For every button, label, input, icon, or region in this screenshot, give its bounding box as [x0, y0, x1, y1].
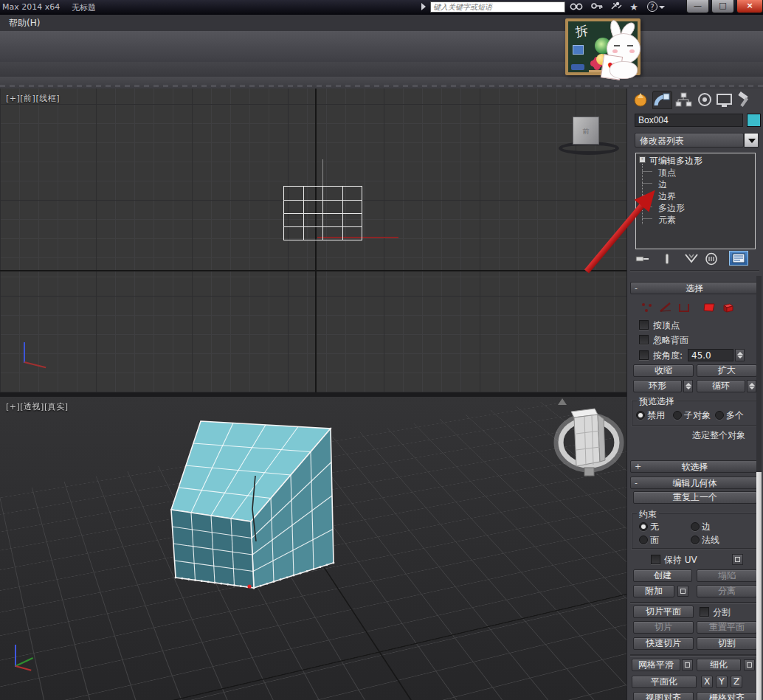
- ignore-backfacing-checkbox[interactable]: [639, 335, 649, 344]
- tab-create[interactable]: [631, 91, 651, 109]
- show-end-result-icon[interactable]: [661, 252, 673, 268]
- msmooth-settings-button[interactable]: [682, 659, 693, 670]
- viewcube-front[interactable]: 前: [573, 117, 599, 145]
- rollout-selection[interactable]: - 选择: [630, 282, 759, 294]
- help-dropdown-arrow-icon[interactable]: [659, 6, 665, 9]
- constraint-edge-radio[interactable]: [691, 522, 700, 531]
- minimize-button[interactable]: —: [686, 0, 709, 13]
- planar-x-button[interactable]: X: [701, 676, 713, 688]
- planar-z-button[interactable]: Z: [731, 676, 742, 688]
- ring-spinner[interactable]: [683, 380, 693, 392]
- collapse-button[interactable]: 塌陷: [697, 569, 757, 582]
- maximize-button[interactable]: □: [711, 0, 734, 13]
- infocenter-search-input[interactable]: [430, 1, 565, 13]
- grow-button[interactable]: 扩大: [697, 364, 757, 377]
- configure-modifier-sets-icon[interactable]: [729, 251, 748, 266]
- ribbon-strip-bottom[interactable]: [0, 77, 763, 89]
- tree-tick-2: [642, 183, 652, 184]
- make-planar-button[interactable]: 平面化: [632, 676, 697, 688]
- viewport-front-label[interactable]: [+][前][线框]: [6, 93, 60, 104]
- constraint-face-radio[interactable]: [639, 536, 648, 544]
- repeat-last-button[interactable]: 重复上一个: [633, 491, 757, 504]
- msmooth-button[interactable]: 网格平滑: [632, 659, 680, 671]
- stack-item-element[interactable]: 元素: [658, 214, 676, 226]
- rabbit-blush-right: [629, 49, 635, 53]
- preview-multiple-radio[interactable]: [715, 411, 724, 420]
- preserve-uv-settings-button[interactable]: [732, 554, 743, 565]
- detach-button[interactable]: 分离: [697, 585, 757, 597]
- viewport-perspective[interactable]: [+][透视][真实]: [0, 397, 626, 700]
- tessellate-settings-button[interactable]: [744, 659, 755, 670]
- rollout-edit-geometry[interactable]: - 编辑几何体: [630, 477, 759, 489]
- tab-motion[interactable]: [695, 91, 715, 109]
- preserve-uv-checkbox[interactable]: [651, 555, 660, 564]
- remove-modifier-icon[interactable]: [704, 252, 719, 268]
- communication-satellite-icon[interactable]: [608, 1, 624, 13]
- search-binoculars-icon[interactable]: [568, 1, 584, 13]
- slice-button[interactable]: 切片: [633, 621, 694, 634]
- wireframe-box[interactable]: [283, 186, 362, 240]
- favorites-star-icon[interactable]: ★: [626, 1, 642, 13]
- tab-modify[interactable]: [652, 91, 672, 109]
- viewport-front[interactable]: [+][前][线框] 前: [0, 89, 626, 392]
- front-tripod-x-axis: [24, 361, 46, 368]
- angle-value-field[interactable]: 45.0: [688, 349, 733, 361]
- tab-hierarchy[interactable]: [674, 91, 694, 109]
- stack-root-editable-poly[interactable]: 可编辑多边形: [649, 155, 702, 167]
- close-button[interactable]: ×: [736, 0, 763, 13]
- modifier-list-dropdown[interactable]: 修改器列表: [635, 133, 744, 148]
- attach-button[interactable]: 附加: [633, 585, 674, 597]
- by-vertex-checkbox[interactable]: [639, 320, 649, 330]
- viewcube-perspective[interactable]: [553, 404, 626, 485]
- tessellate-button[interactable]: 细化: [697, 659, 741, 671]
- by-angle-checkbox[interactable]: [639, 350, 649, 360]
- subobject-polygon-icon[interactable]: [702, 301, 717, 316]
- stack-item-polygon[interactable]: 多边形: [658, 202, 685, 215]
- preserve-uv-label: 保持 UV: [664, 554, 697, 566]
- angle-spinner[interactable]: [735, 349, 745, 361]
- help-icon[interactable]: ?: [644, 1, 660, 13]
- subobject-edge-icon[interactable]: [658, 301, 673, 316]
- box3d-render[interactable]: [0, 397, 626, 700]
- view-align-button[interactable]: 视图对齐: [633, 692, 694, 700]
- quick-slice-button[interactable]: 快速切片: [633, 637, 694, 650]
- rollout-edit-geometry-state: -: [635, 477, 638, 489]
- subobject-element-icon[interactable]: [721, 301, 736, 316]
- preview-disable-radio[interactable]: [636, 411, 645, 420]
- grid-align-button[interactable]: 栅格对齐: [697, 692, 757, 700]
- make-unique-icon[interactable]: [683, 252, 700, 268]
- planar-y-button[interactable]: Y: [716, 676, 728, 688]
- pin-stack-icon[interactable]: [633, 252, 651, 268]
- tab-display[interactable]: [714, 91, 734, 109]
- subobject-vertex-icon[interactable]: [640, 301, 655, 316]
- panel-scrollbar-thumb[interactable]: [756, 472, 762, 700]
- attach-settings-button[interactable]: [677, 586, 688, 597]
- tab-utilities[interactable]: [735, 91, 755, 109]
- rollout-soft-selection[interactable]: + 软选择: [630, 460, 759, 473]
- modifier-list-arrow[interactable]: [744, 133, 759, 148]
- slice-plane-button[interactable]: 切片平面: [633, 606, 694, 618]
- subscription-key-icon[interactable]: [589, 1, 605, 13]
- stack-collapse-toggle[interactable]: -: [639, 156, 646, 163]
- constraint-normal-radio[interactable]: [691, 536, 700, 544]
- menu-help[interactable]: 帮助(H): [9, 17, 40, 30]
- cut-button[interactable]: 切割: [697, 637, 757, 650]
- reset-plane-button[interactable]: 重置平面: [697, 621, 757, 634]
- create-button[interactable]: 创建: [633, 569, 692, 582]
- tree-tick-4: [642, 207, 652, 207]
- search-collapse-arrow-icon[interactable]: [421, 3, 426, 10]
- modifier-stack[interactable]: - 可编辑多边形 顶点 边 边界 多边形 元素: [635, 153, 756, 249]
- loop-button[interactable]: 循环: [697, 380, 745, 392]
- preview-subobj-radio[interactable]: [673, 411, 682, 420]
- stack-item-border[interactable]: 边界: [658, 190, 676, 203]
- stack-item-edge[interactable]: 边: [658, 179, 667, 191]
- constraint-none-radio[interactable]: [639, 522, 648, 531]
- ring-button[interactable]: 环形: [633, 380, 682, 392]
- stack-item-vertex[interactable]: 顶点: [658, 167, 676, 179]
- loop-spinner[interactable]: [747, 380, 756, 392]
- split-checkbox[interactable]: [700, 607, 709, 617]
- object-color-swatch[interactable]: [747, 114, 761, 127]
- shrink-button[interactable]: 收缩: [633, 364, 694, 377]
- subobject-border-icon[interactable]: [677, 301, 691, 316]
- object-name-field[interactable]: [635, 114, 743, 127]
